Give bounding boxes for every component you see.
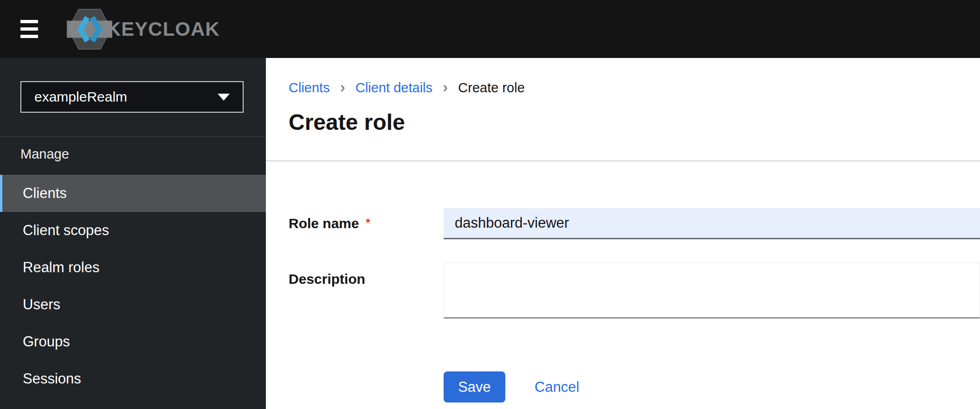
- keycloak-admin-console: KEYCLOAK exampleRealm Manage Clients Cli…: [0, 0, 980, 409]
- role-name-input[interactable]: [444, 208, 980, 239]
- save-button[interactable]: Save: [444, 371, 505, 403]
- content: Clients › Client details › Create role C…: [266, 58, 980, 409]
- sidebar-divider: [0, 136, 266, 137]
- required-asterisk: *: [366, 216, 371, 230]
- sidebar-nav: Clients Client scopes Realm roles Users …: [0, 175, 266, 409]
- nav-item-label: Realm roles: [23, 259, 99, 276]
- sidebar-item-client-scopes[interactable]: Client scopes: [0, 212, 266, 249]
- sidebar-item-events[interactable]: Events: [0, 397, 266, 409]
- nav-item-label: Sessions: [23, 371, 81, 387]
- app-header: KEYCLOAK: [0, 0, 980, 58]
- keycloak-hexagon-icon: [67, 7, 112, 51]
- caret-down-icon: [218, 94, 230, 101]
- create-role-form: Role name* Description Save Cancel: [266, 58, 980, 409]
- nav-item-label: Client scopes: [23, 222, 109, 239]
- sidebar-item-clients[interactable]: Clients: [0, 175, 266, 212]
- nav-item-label: Clients: [23, 185, 67, 202]
- sidebar-item-users[interactable]: Users: [0, 286, 266, 323]
- realm-selector-value: exampleRealm: [34, 89, 127, 105]
- sidebar-item-realm-roles[interactable]: Realm roles: [0, 249, 266, 286]
- sidebar: exampleRealm Manage Clients Client scope…: [0, 58, 266, 409]
- hamburger-icon[interactable]: [20, 20, 38, 38]
- nav-item-label: Users: [23, 296, 60, 313]
- description-textarea[interactable]: [444, 262, 980, 319]
- keycloak-logo[interactable]: KEYCLOAK: [67, 7, 220, 51]
- nav-section-title: Manage: [20, 147, 69, 162]
- realm-selector[interactable]: exampleRealm: [20, 81, 244, 113]
- cancel-link[interactable]: Cancel: [535, 379, 580, 396]
- role-name-label-text: Role name: [289, 216, 359, 231]
- description-label: Description: [289, 271, 365, 287]
- sidebar-item-sessions[interactable]: Sessions: [0, 360, 266, 397]
- nav-item-label: Groups: [23, 333, 70, 350]
- sidebar-item-groups[interactable]: Groups: [0, 323, 266, 360]
- brand-wordmark: KEYCLOAK: [107, 19, 220, 39]
- role-name-label: Role name*: [289, 216, 371, 231]
